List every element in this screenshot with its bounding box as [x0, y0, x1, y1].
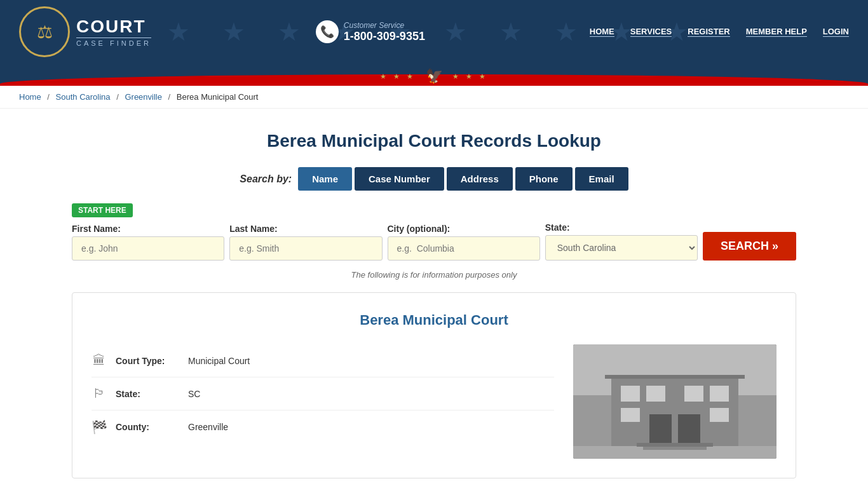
- court-card: Berea Municipal Court 🏛 Court Type: Muni…: [72, 292, 796, 478]
- site-header: ★ ★ ★ ★ ★ ★ ★ ★ ★ ★ ⚖ COURT CASE FINDER …: [0, 0, 868, 64]
- first-name-group: First Name:: [72, 224, 224, 261]
- court-card-title: Berea Municipal Court: [92, 312, 776, 329]
- court-county-value: Greenville: [188, 422, 228, 432]
- cs-phone: 1-800-309-9351: [344, 30, 425, 43]
- tab-name[interactable]: Name: [298, 167, 352, 191]
- tab-case-number[interactable]: Case Number: [355, 167, 444, 191]
- nav-register[interactable]: REGISTER: [688, 27, 729, 37]
- first-name-label: First Name:: [72, 224, 224, 234]
- court-type-icon: 🏛: [92, 353, 107, 368]
- logo-subtitle: CASE FINDER: [76, 37, 151, 47]
- nav-member-help[interactable]: MEMBER HELP: [746, 27, 807, 37]
- start-here-badge: START HERE: [72, 203, 133, 217]
- main-content: Berea Municipal Court Records Lookup Sea…: [53, 109, 815, 488]
- court-card-body: 🏛 Court Type: Municipal Court 🏳 State: S…: [92, 344, 776, 459]
- state-label: State:: [545, 222, 698, 233]
- logo-icon: ⚖: [19, 6, 70, 57]
- court-image: [573, 344, 776, 459]
- eagle-banner: ★ ★ ★ 🦅 ★ ★ ★: [0, 64, 868, 86]
- search-by-row: Search by: Name Case Number Address Phon…: [72, 167, 796, 191]
- court-state-icon: 🏳: [92, 386, 107, 401]
- breadcrumb: Home / South Carolina / Greenville / Ber…: [0, 86, 868, 109]
- search-button[interactable]: SEARCH »: [703, 232, 796, 261]
- disclaimer: The following is for information purpose…: [72, 270, 796, 280]
- svg-rect-11: [605, 375, 745, 379]
- tab-address[interactable]: Address: [447, 167, 513, 191]
- svg-rect-9: [621, 408, 640, 422]
- court-type-label: Court Type:: [116, 356, 179, 366]
- first-name-input[interactable]: [72, 236, 224, 261]
- logo-text: COURT CASE FINDER: [76, 17, 151, 47]
- phone-icon: 📞: [316, 20, 339, 43]
- eagle-stars-left: ★ ★ ★: [380, 72, 416, 81]
- city-group: City (optional):: [388, 224, 540, 261]
- court-county-label: County:: [116, 422, 179, 432]
- tab-email[interactable]: Email: [575, 167, 628, 191]
- court-type-value: Municipal Court: [188, 356, 250, 366]
- svg-rect-6: [646, 386, 665, 402]
- svg-rect-13: [637, 443, 713, 447]
- state-select[interactable]: South Carolina: [545, 235, 698, 261]
- last-name-group: Last Name:: [229, 224, 382, 261]
- court-county-row: 🏁 County: Greenville: [92, 410, 554, 444]
- court-county-icon: 🏁: [92, 419, 107, 435]
- svg-rect-10: [710, 408, 729, 422]
- logo-area: ⚖ COURT CASE FINDER: [19, 6, 151, 57]
- tab-phone[interactable]: Phone: [515, 167, 573, 191]
- city-label: City (optional):: [388, 224, 540, 234]
- state-group: State: South Carolina: [545, 222, 698, 261]
- breadcrumb-state[interactable]: South Carolina: [56, 92, 111, 102]
- court-building-svg: [573, 344, 776, 459]
- search-form: First Name: Last Name: City (optional): …: [72, 222, 796, 261]
- cs-label: Customer Service: [344, 21, 425, 30]
- nav-login[interactable]: LOGIN: [823, 27, 849, 37]
- customer-service: 📞 Customer Service 1-800-309-9351: [316, 20, 425, 43]
- search-tabs: Name Case Number Address Phone Email: [298, 167, 628, 191]
- last-name-input[interactable]: [229, 236, 382, 261]
- breadcrumb-county[interactable]: Greenville: [125, 92, 162, 102]
- court-state-value: SC: [188, 389, 200, 399]
- nav-services[interactable]: SERVICES: [630, 27, 672, 37]
- court-state-row: 🏳 State: SC: [92, 377, 554, 410]
- breadcrumb-sep-2: /: [116, 92, 119, 102]
- eagle-icon: 🦅: [426, 68, 443, 85]
- last-name-label: Last Name:: [229, 224, 382, 234]
- court-state-label: State:: [116, 389, 179, 399]
- svg-rect-8: [710, 386, 729, 402]
- logo-title: COURT: [76, 17, 151, 37]
- breadcrumb-sep-1: /: [47, 92, 50, 102]
- breadcrumb-sep-3: /: [168, 92, 171, 102]
- city-input[interactable]: [388, 236, 540, 261]
- svg-rect-5: [621, 386, 640, 402]
- page-title: Berea Municipal Court Records Lookup: [72, 131, 796, 151]
- eagle-center: ★ ★ ★ 🦅 ★ ★ ★: [380, 68, 487, 86]
- court-type-row: 🏛 Court Type: Municipal Court: [92, 344, 554, 377]
- main-nav: HOME SERVICES REGISTER MEMBER HELP LOGIN: [590, 27, 849, 37]
- svg-rect-14: [643, 447, 707, 450]
- court-details: 🏛 Court Type: Municipal Court 🏳 State: S…: [92, 344, 554, 459]
- court-image-placeholder: [573, 344, 776, 459]
- search-by-label: Search by:: [240, 173, 292, 185]
- eagle-stars-right: ★ ★ ★: [452, 72, 488, 81]
- breadcrumb-home[interactable]: Home: [19, 92, 41, 102]
- svg-rect-7: [684, 386, 703, 402]
- breadcrumb-current: Berea Municipal Court: [177, 92, 259, 102]
- nav-home[interactable]: HOME: [590, 27, 614, 37]
